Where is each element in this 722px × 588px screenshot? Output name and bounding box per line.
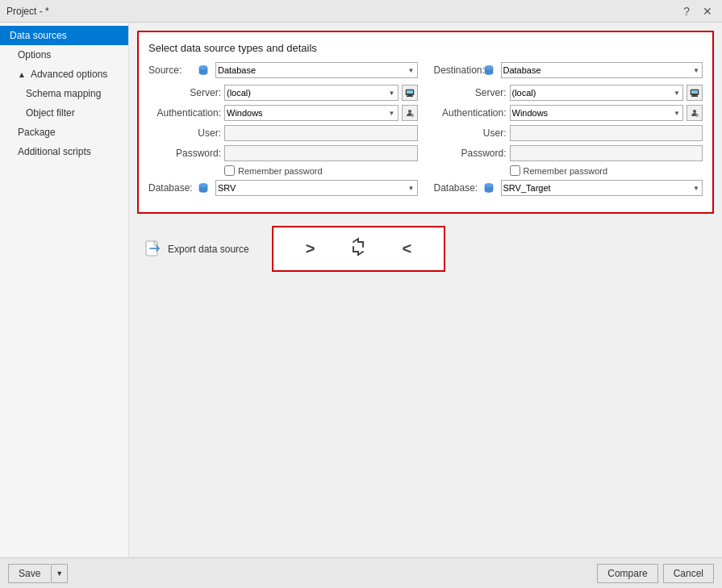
source-database-label: Database:	[148, 182, 193, 194]
sidebar-item-additional-scripts[interactable]: Additional scripts	[0, 142, 128, 161]
sidebar-item-options[interactable]: Options	[0, 45, 128, 65]
dest-password-label: Password:	[434, 148, 507, 159]
forward-transfer-button[interactable]: >	[298, 236, 323, 261]
help-button[interactable]: ?	[680, 5, 693, 18]
svg-rect-4	[407, 96, 413, 97]
dest-auth-settings-button[interactable]	[687, 105, 703, 121]
transfer-area: Export data source > <	[137, 226, 714, 272]
dest-server-select-wrapper[interactable]: (local)	[510, 85, 684, 101]
dest-user-input[interactable]	[510, 125, 703, 141]
sidebar-label-data-sources: Data sources	[10, 30, 67, 41]
source-password-input[interactable]	[224, 145, 418, 161]
dest-database-select-wrapper[interactable]: SRV_Target	[501, 180, 703, 196]
sidebar-label-advanced-options: Advanced options	[31, 69, 107, 80]
sidebar-item-package[interactable]: Package	[0, 123, 128, 142]
svg-point-19	[696, 115, 699, 117]
svg-rect-16	[691, 96, 698, 97]
sidebar-label-schema-mapping: Schema mapping	[26, 88, 101, 99]
dest-server-row: Server: (local)	[434, 85, 703, 101]
bottom-bar: Save ▼ Compare Cancel	[0, 557, 722, 588]
source-auth-settings-button[interactable]	[402, 105, 418, 121]
transfer-controls-panel: > <	[272, 226, 445, 272]
source-database-select-wrapper[interactable]: SRV	[215, 180, 418, 196]
source-auth-select-wrapper[interactable]: Windows	[224, 105, 399, 121]
svg-point-11	[199, 184, 207, 187]
backward-transfer-button[interactable]: <	[394, 236, 419, 261]
source-password-label: Password:	[148, 148, 221, 159]
source-database-db-icon	[198, 182, 209, 194]
export-icon	[144, 240, 163, 259]
dest-auth-select-wrapper[interactable]: Windows	[510, 105, 684, 121]
dest-remember-checkbox[interactable]	[510, 165, 520, 176]
dest-database-label: Database:	[434, 182, 478, 194]
svg-point-1	[199, 66, 207, 69]
main-container: Data sources Options ▲ Advanced options …	[0, 23, 722, 557]
source-remember-checkbox[interactable]	[224, 165, 235, 176]
svg-point-21	[485, 184, 493, 187]
source-server-connect-button[interactable]	[402, 85, 418, 101]
source-user-label: User:	[148, 127, 221, 139]
source-db-icon	[198, 65, 209, 76]
cancel-button[interactable]: Cancel	[663, 564, 714, 583]
dest-auth-row: Authentication: Windows	[434, 105, 703, 121]
source-user-input[interactable]	[224, 125, 418, 141]
source-type-label: Source:	[148, 65, 193, 76]
sidebar-label-package: Package	[18, 127, 56, 138]
export-datasource-button[interactable]: Export data source	[137, 236, 256, 262]
datasource-panel: Select data source types and details Sou…	[137, 31, 714, 214]
title-bar: Project - * ? ✕	[0, 0, 722, 23]
sync-icon	[347, 236, 369, 262]
sidebar-item-data-sources[interactable]: Data sources	[0, 26, 128, 45]
svg-point-6	[408, 110, 411, 113]
save-controls: Save ▼	[8, 564, 68, 583]
save-dropdown-button[interactable]: ▼	[51, 564, 68, 583]
dest-server-connect-button[interactable]	[687, 85, 703, 101]
dest-remember-row: Remember password	[434, 165, 703, 176]
source-auth-row: Authentication: Windows	[148, 105, 418, 121]
sidebar-item-object-filter[interactable]: Object filter	[0, 103, 128, 123]
sidebar-item-schema-mapping[interactable]: Schema mapping	[0, 84, 128, 103]
datasource-columns: Source: Databas	[148, 62, 703, 202]
source-user-row: User:	[148, 125, 418, 141]
source-server-select-wrapper[interactable]: (local)	[224, 85, 399, 101]
dest-type-select[interactable]: Database	[501, 62, 703, 78]
source-remember-row: Remember password	[148, 165, 418, 176]
svg-point-18	[693, 110, 696, 113]
dest-auth-select[interactable]: Windows	[510, 105, 684, 121]
dest-server-label: Server:	[434, 87, 507, 98]
save-button[interactable]: Save	[8, 564, 50, 583]
sidebar-label-options: Options	[18, 49, 51, 60]
compare-button[interactable]: Compare	[597, 564, 657, 583]
dest-user-row: User:	[434, 125, 703, 141]
window-controls: ? ✕	[680, 5, 716, 18]
destination-column: Destination: Da	[434, 62, 703, 202]
dest-database-select[interactable]: SRV_Target	[501, 180, 703, 196]
source-server-row: Server: (local)	[148, 85, 418, 101]
svg-rect-5	[407, 90, 413, 94]
source-server-label: Server:	[148, 87, 221, 98]
dest-type-select-wrapper[interactable]: Database	[501, 62, 703, 78]
source-column: Source: Databas	[148, 62, 418, 202]
sidebar-label-additional-scripts: Additional scripts	[18, 146, 91, 157]
sidebar-label-object-filter: Object filter	[26, 107, 75, 119]
source-type-row: Source: Databas	[148, 62, 418, 78]
dest-user-label: User:	[434, 127, 507, 139]
dest-password-input[interactable]	[510, 145, 703, 161]
source-type-select-wrapper[interactable]: Database	[215, 62, 418, 78]
window-title: Project - *	[6, 6, 49, 17]
dest-type-label: Destination:	[434, 65, 478, 76]
source-auth-select[interactable]: Windows	[224, 105, 399, 121]
svg-point-13	[485, 66, 493, 69]
export-datasource-label: Export data source	[168, 244, 249, 255]
action-buttons: Compare Cancel	[597, 564, 714, 583]
dest-db-icon	[483, 65, 495, 76]
close-button[interactable]: ✕	[699, 5, 716, 18]
svg-rect-17	[691, 90, 698, 94]
dest-type-row: Destination: Da	[434, 62, 703, 78]
source-type-select[interactable]: Database	[215, 62, 418, 78]
sidebar-item-advanced-options[interactable]: ▲ Advanced options	[0, 65, 128, 84]
dest-server-select[interactable]: (local)	[510, 85, 684, 101]
source-database-select[interactable]: SRV	[215, 180, 418, 196]
panel-title: Select data source types and details	[148, 42, 703, 54]
source-server-select[interactable]: (local)	[224, 85, 399, 101]
